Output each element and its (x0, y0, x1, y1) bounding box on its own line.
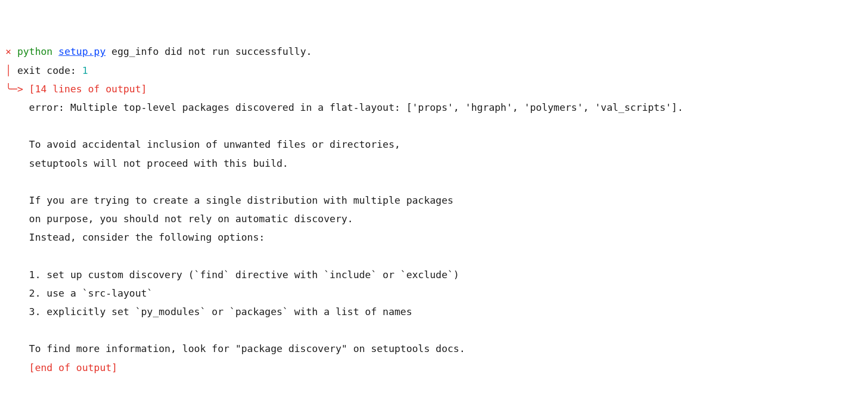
indent (5, 213, 29, 224)
exit-code-value: 1 (82, 65, 88, 76)
indent (5, 231, 29, 243)
output-line: on purpose, you should not rely on autom… (29, 213, 353, 224)
exit-code-label: exit code: (11, 65, 82, 76)
indent (5, 139, 29, 150)
indent (5, 362, 29, 373)
output-line: To find more information, look for "pack… (29, 343, 465, 354)
indent (5, 343, 29, 354)
output-line: setuptools will not proceed with this bu… (29, 158, 288, 169)
terminal-output: × python setup.py egg_info did not run s… (5, 42, 863, 376)
indent (5, 194, 29, 206)
output-line: error: Multiple top-level packages disco… (29, 102, 683, 113)
indent (5, 324, 29, 336)
output-line: To avoid accidental inclusion of unwante… (29, 139, 400, 150)
setup-py-link[interactable]: setup.py (59, 46, 106, 57)
end-of-output-label: [end of output] (29, 362, 117, 373)
lines-of-output-label: [14 lines of output] (23, 83, 147, 95)
pipe-icon: │ (5, 65, 11, 76)
arrow-icon: ╰─> (5, 83, 23, 95)
output-line: 2. use a `src-layout` (29, 287, 153, 299)
output-line: 3. explicitly set `py_modules` or `packa… (29, 306, 412, 317)
error-cross-icon: × (5, 46, 11, 57)
indent (5, 176, 29, 187)
header-text: egg_info did not run successfully. (106, 46, 312, 57)
indent (5, 306, 29, 317)
indent (5, 287, 29, 299)
indent (5, 158, 29, 169)
indent (5, 250, 29, 261)
indent (5, 120, 29, 131)
indent (5, 102, 29, 113)
indent (5, 269, 29, 280)
output-line: 1. set up custom discovery (`find` direc… (29, 269, 459, 280)
python-token: python (17, 46, 53, 57)
output-line: Instead, consider the following options: (29, 231, 264, 243)
output-line: If you are trying to create a single dis… (29, 194, 453, 206)
